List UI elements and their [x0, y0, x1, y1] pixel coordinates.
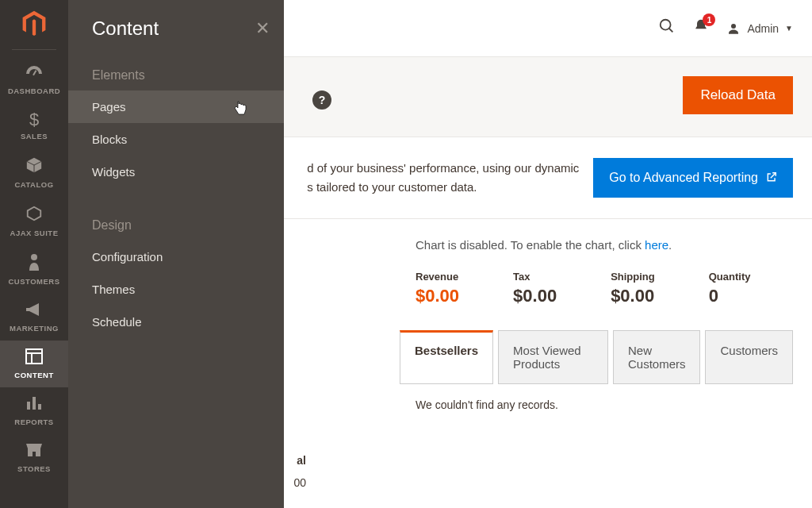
caret-down-icon: ▼: [785, 24, 793, 33]
rail-item-customers[interactable]: CUSTOMERS: [0, 245, 68, 294]
flyout-item-widgets[interactable]: Widgets: [68, 156, 284, 188]
rail-item-catalog[interactable]: CATALOG: [0, 148, 68, 197]
dashboard-icon: [25, 64, 44, 83]
magento-logo-icon[interactable]: [17, 6, 52, 41]
help-icon[interactable]: ?: [312, 90, 331, 110]
tab-bestsellers[interactable]: Bestsellers: [400, 330, 493, 384]
svg-rect-14: [27, 402, 30, 410]
left-column-fragment: al 00: [284, 454, 306, 489]
flyout-header: Content ✕: [68, 17, 284, 54]
admin-menu[interactable]: Admin ▼: [726, 21, 793, 36]
svg-marker-10: [26, 303, 39, 316]
svg-marker-4: [33, 19, 36, 36]
advanced-reporting-button[interactable]: Go to Advanced Reporting: [593, 158, 793, 198]
svg-rect-5: [33, 70, 36, 75]
rail-item-stores[interactable]: STORES: [0, 434, 68, 481]
rail-separator: [12, 49, 56, 50]
layout-icon: [25, 348, 43, 368]
rail-item-reports[interactable]: REPORTS: [0, 387, 68, 434]
stats-row: Revenue $0.00 Tax $0.00 Shipping $0.00 Q…: [416, 271, 793, 306]
cursor-hand-icon: [233, 100, 247, 118]
rail-item-dashboard[interactable]: DASHBOARD: [0, 56, 68, 103]
svg-rect-15: [33, 397, 36, 410]
flyout-group-design: Design: [68, 204, 284, 241]
content-flyout: Content ✕ Elements Pages Blocks Widgets …: [68, 0, 284, 508]
flyout-item-schedule[interactable]: Schedule: [68, 306, 284, 338]
svg-point-0: [661, 20, 671, 30]
chart-enable-link[interactable]: here: [645, 238, 668, 252]
rail-item-sales[interactable]: $ SALES: [0, 103, 68, 148]
flyout-item-blocks[interactable]: Blocks: [68, 123, 284, 156]
close-icon[interactable]: ✕: [255, 18, 270, 39]
notifications-icon[interactable]: 1: [693, 18, 709, 38]
box-icon: [25, 156, 43, 177]
svg-point-9: [31, 254, 37, 260]
flyout-item-configuration[interactable]: Configuration: [68, 241, 284, 273]
stat-quantity: Quantity 0: [709, 271, 751, 306]
rail-item-content[interactable]: CONTENT: [0, 341, 68, 387]
tab-most-viewed[interactable]: Most Viewed Products: [498, 330, 608, 384]
tab-new-customers[interactable]: New Customers: [613, 330, 701, 384]
search-icon[interactable]: [658, 17, 676, 39]
bar-chart-icon: [25, 395, 43, 414]
flyout-item-themes[interactable]: Themes: [68, 273, 284, 306]
svg-rect-18: [33, 452, 36, 456]
external-link-icon: [766, 171, 777, 185]
rail-item-marketing[interactable]: MARKETING: [0, 294, 68, 341]
stat-shipping: Shipping $0.00: [611, 271, 655, 306]
flyout-title: Content: [92, 17, 159, 40]
stat-revenue: Revenue $0.00: [416, 271, 459, 306]
storefront-icon: [25, 442, 44, 461]
stat-tax: Tax $0.00: [513, 271, 557, 306]
flyout-group-elements: Elements: [68, 54, 284, 90]
notification-badge: 1: [703, 13, 715, 26]
hexagon-icon: [25, 205, 43, 225]
admin-label: Admin: [747, 22, 779, 35]
flyout-item-pages[interactable]: Pages: [68, 90, 284, 123]
advanced-reporting-text: d of your business' performance, using o…: [307, 159, 579, 197]
dashboard-tabs: Bestsellers Most Viewed Products New Cus…: [400, 330, 793, 384]
chart-disabled-note: Chart is disabled. To enable the chart, …: [416, 238, 812, 252]
megaphone-icon: [25, 302, 44, 321]
tab-panel-empty: We couldn't find any records.: [416, 398, 812, 411]
admin-rail: DASHBOARD $ SALES CATALOG AJAX SUITE CUS…: [0, 0, 68, 508]
svg-rect-11: [26, 349, 42, 364]
svg-line-1: [669, 29, 673, 33]
person-icon: [28, 253, 40, 274]
svg-rect-16: [38, 404, 41, 410]
svg-marker-8: [28, 207, 41, 221]
rail-item-ajax-suite[interactable]: AJAX SUITE: [0, 197, 68, 245]
dollar-icon: $: [29, 111, 39, 129]
tab-customers[interactable]: Customers: [705, 330, 793, 384]
svg-point-2: [731, 24, 736, 29]
reload-data-button[interactable]: Reload Data: [683, 76, 793, 114]
